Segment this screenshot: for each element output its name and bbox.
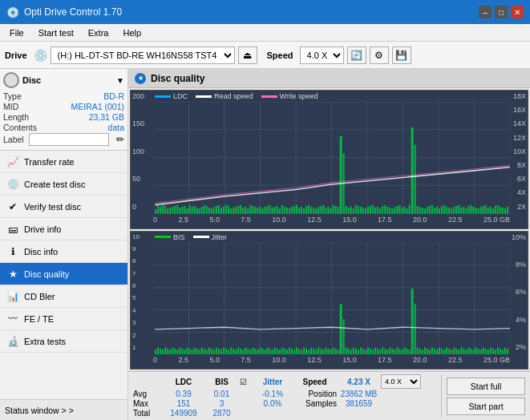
svg-rect-42 <box>220 208 222 214</box>
svg-rect-90 <box>327 207 329 214</box>
svg-rect-295 <box>446 347 447 354</box>
svg-rect-260 <box>360 347 362 354</box>
samples-value: 381659 <box>337 399 381 408</box>
disc-quality-icon: ★ <box>6 268 19 281</box>
svg-rect-122 <box>417 206 419 214</box>
menu-extra[interactable]: Extra <box>82 26 115 39</box>
menu-start-test[interactable]: Start test <box>32 26 80 39</box>
sidebar-item-create-test-disc[interactable]: 💿 Create test disc <box>0 173 127 196</box>
minimize-button[interactable]: – <box>479 6 492 18</box>
svg-rect-310 <box>483 347 484 354</box>
sidebar-item-verify-test-disc[interactable]: ✔ Verify test disc <box>0 196 127 218</box>
start-part-button[interactable]: Start part <box>447 398 525 415</box>
svg-rect-244 <box>320 348 322 354</box>
speed-select[interactable]: 4.0 X <box>381 374 421 389</box>
svg-rect-94 <box>338 207 339 214</box>
svg-rect-50 <box>240 205 241 214</box>
legend-ldc: LDC <box>155 92 188 100</box>
sidebar-item-disc-quality[interactable]: ★ Disc quality <box>0 263 127 285</box>
svg-rect-253 <box>343 319 345 354</box>
menu-help[interactable]: Help <box>116 26 148 39</box>
svg-rect-21 <box>169 208 171 214</box>
svg-rect-45 <box>228 206 229 214</box>
svg-rect-159 <box>507 207 508 214</box>
svg-rect-31 <box>194 206 196 214</box>
svg-rect-276 <box>399 348 400 354</box>
svg-rect-223 <box>269 348 271 354</box>
svg-rect-199 <box>211 348 212 354</box>
svg-rect-23 <box>174 206 176 214</box>
svg-rect-35 <box>204 205 205 214</box>
toolbar: Drive 💿 (H:) HL-DT-ST BD-RE WH16NS58 TST… <box>0 42 530 69</box>
svg-rect-57 <box>257 208 258 214</box>
chart2-x-axis: 0 2.5 5.0 7.5 10.0 12.5 15.0 17.5 20.0 2… <box>153 354 510 369</box>
svg-rect-225 <box>274 347 276 354</box>
speed-select[interactable]: 4.0 X <box>300 46 344 64</box>
svg-rect-132 <box>441 206 443 214</box>
close-button[interactable]: ✕ <box>511 6 524 18</box>
svg-rect-286 <box>424 347 426 354</box>
svg-rect-144 <box>470 205 471 214</box>
svg-rect-54 <box>249 205 251 214</box>
svg-rect-146 <box>475 208 477 214</box>
svg-rect-41 <box>218 205 220 214</box>
status-window-button[interactable]: Status window > > <box>0 399 127 420</box>
svg-rect-29 <box>189 205 191 214</box>
menu-bar: File Start test Extra Help <box>0 24 530 42</box>
svg-rect-213 <box>245 347 246 354</box>
svg-rect-202 <box>218 348 220 354</box>
sidebar-item-drive-info[interactable]: 🖴 Drive info <box>0 218 127 240</box>
label-edit-icon[interactable]: ✏ <box>116 134 124 145</box>
svg-rect-204 <box>223 347 225 354</box>
svg-rect-157 <box>502 208 504 214</box>
verify-test-disc-icon: ✔ <box>6 200 19 213</box>
svg-rect-129 <box>434 208 435 214</box>
chart1-svg <box>153 102 510 214</box>
chart2-legend: BIS Jitter <box>155 233 227 241</box>
svg-rect-287 <box>427 348 428 354</box>
svg-rect-282 <box>415 304 416 354</box>
svg-rect-269 <box>382 347 383 354</box>
disc-row-length: Length 23,31 GB <box>3 112 124 122</box>
svg-rect-107 <box>374 208 376 214</box>
legend-read-speed: Read speed <box>196 92 253 100</box>
svg-rect-127 <box>429 206 431 214</box>
svg-rect-99 <box>355 205 357 214</box>
svg-rect-81 <box>305 206 307 214</box>
sidebar-item-transfer-rate[interactable]: 📈 Transfer rate <box>0 151 127 173</box>
svg-rect-27 <box>184 206 185 214</box>
svg-rect-257 <box>353 347 354 354</box>
svg-rect-111 <box>384 205 386 214</box>
svg-rect-267 <box>377 348 378 354</box>
sidebar-item-cd-bler[interactable]: 📊 CD Bler <box>0 285 127 308</box>
chart2-plot <box>153 243 510 355</box>
save-button[interactable]: 💾 <box>392 46 411 64</box>
svg-rect-275 <box>396 347 398 354</box>
svg-rect-139 <box>458 205 459 214</box>
svg-rect-216 <box>252 347 253 354</box>
sidebar-item-disc-info[interactable]: ℹ Disc info <box>0 240 127 263</box>
svg-rect-214 <box>247 348 249 354</box>
label-input[interactable] <box>29 133 109 146</box>
sidebar-item-fe-te[interactable]: 〰 FE / TE <box>0 308 127 330</box>
disc-panel-collapse[interactable]: ▼ <box>116 76 124 85</box>
svg-rect-95 <box>346 206 347 214</box>
svg-rect-128 <box>431 205 433 214</box>
eject-button[interactable]: ⏏ <box>238 46 257 64</box>
menu-file[interactable]: File <box>3 26 30 39</box>
svg-rect-229 <box>284 348 285 354</box>
sidebar-item-extra-tests[interactable]: 🔬 Extra tests <box>0 330 127 353</box>
maximize-button[interactable]: □ <box>495 6 508 18</box>
settings-button[interactable]: ⚙ <box>370 46 389 64</box>
svg-rect-258 <box>355 348 357 354</box>
drive-select[interactable]: (H:) HL-DT-ST BD-RE WH16NS58 TST4 <box>51 46 235 64</box>
svg-rect-156 <box>500 207 501 214</box>
max-label: Max <box>133 399 164 408</box>
chart1-y-right: 18X 16X 14X 12X 10X 8X 6X 4X 2X <box>510 91 528 212</box>
svg-rect-249 <box>333 347 334 354</box>
svg-rect-78 <box>298 208 300 214</box>
disc-row-type: Type BD-R <box>3 91 124 101</box>
legend-write-speed: Write speed <box>261 92 318 100</box>
refresh-button[interactable]: 🔄 <box>347 46 366 64</box>
start-full-button[interactable]: Start full <box>447 378 525 395</box>
